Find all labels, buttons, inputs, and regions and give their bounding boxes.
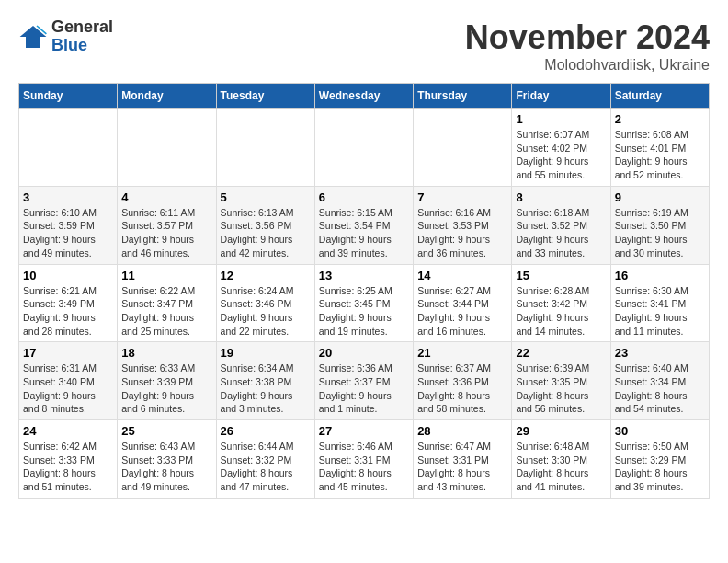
calendar-cell: 14Sunrise: 6:27 AM Sunset: 3:44 PM Dayli… <box>414 264 512 342</box>
calendar-table: SundayMondayTuesdayWednesdayThursdayFrid… <box>18 83 710 499</box>
day-info: Sunrise: 6:22 AM Sunset: 3:47 PM Dayligh… <box>121 284 211 339</box>
calendar-cell <box>19 109 118 187</box>
calendar-cell: 30Sunrise: 6:50 AM Sunset: 3:29 PM Dayli… <box>610 420 709 499</box>
logo-blue-text: Blue <box>51 36 87 54</box>
day-info: Sunrise: 6:39 AM Sunset: 3:35 PM Dayligh… <box>516 362 606 416</box>
calendar-cell: 26Sunrise: 6:44 AM Sunset: 3:32 PM Dayli… <box>216 420 314 499</box>
day-info: Sunrise: 6:13 AM Sunset: 3:56 PM Dayligh… <box>221 206 311 260</box>
calendar-cell: 29Sunrise: 6:48 AM Sunset: 3:30 PM Dayli… <box>512 420 610 499</box>
day-number: 5 <box>221 190 311 204</box>
weekday-header-thursday: Thursday <box>414 84 512 109</box>
calendar-cell: 24Sunrise: 6:42 AM Sunset: 3:33 PM Dayli… <box>19 420 118 499</box>
calendar-cell: 12Sunrise: 6:24 AM Sunset: 3:46 PM Dayli… <box>216 264 314 342</box>
day-number: 13 <box>319 269 409 282</box>
day-info: Sunrise: 6:42 AM Sunset: 3:33 PM Dayligh… <box>23 440 113 494</box>
day-number: 25 <box>121 424 211 438</box>
calendar-cell: 5Sunrise: 6:13 AM Sunset: 3:56 PM Daylig… <box>216 186 314 264</box>
calendar-cell: 27Sunrise: 6:46 AM Sunset: 3:31 PM Dayli… <box>314 420 413 499</box>
day-number: 29 <box>516 424 606 438</box>
calendar-cell: 13Sunrise: 6:25 AM Sunset: 3:45 PM Dayli… <box>314 264 413 342</box>
calendar-cell: 19Sunrise: 6:34 AM Sunset: 3:38 PM Dayli… <box>216 342 314 420</box>
day-info: Sunrise: 6:33 AM Sunset: 3:39 PM Dayligh… <box>121 362 211 416</box>
weekday-header-friday: Friday <box>512 84 610 109</box>
day-number: 11 <box>121 269 211 282</box>
day-number: 16 <box>615 269 705 282</box>
calendar-cell: 23Sunrise: 6:40 AM Sunset: 3:34 PM Dayli… <box>610 342 709 420</box>
svg-marker-0 <box>20 26 47 48</box>
day-number: 12 <box>221 269 311 282</box>
day-info: Sunrise: 6:37 AM Sunset: 3:36 PM Dayligh… <box>417 362 507 416</box>
day-number: 26 <box>221 424 311 438</box>
day-info: Sunrise: 6:07 AM Sunset: 4:02 PM Dayligh… <box>516 128 606 182</box>
calendar-cell: 1Sunrise: 6:07 AM Sunset: 4:02 PM Daylig… <box>512 109 610 187</box>
day-number: 17 <box>23 346 113 360</box>
day-info: Sunrise: 6:36 AM Sunset: 3:37 PM Dayligh… <box>319 362 409 416</box>
day-info: Sunrise: 6:18 AM Sunset: 3:52 PM Dayligh… <box>516 206 606 260</box>
calendar-week-row: 24Sunrise: 6:42 AM Sunset: 3:33 PM Dayli… <box>19 420 710 499</box>
calendar-cell: 11Sunrise: 6:22 AM Sunset: 3:47 PM Dayli… <box>118 264 216 342</box>
calendar-cell <box>414 109 512 187</box>
calendar-cell: 16Sunrise: 6:30 AM Sunset: 3:41 PM Dayli… <box>610 264 709 342</box>
calendar-cell: 25Sunrise: 6:43 AM Sunset: 3:33 PM Dayli… <box>118 420 216 499</box>
location-title: Molodohvardiisk, Ukraine <box>465 57 710 74</box>
day-number: 24 <box>23 424 113 438</box>
calendar-cell <box>118 109 216 187</box>
calendar-cell <box>216 109 314 187</box>
calendar-cell: 28Sunrise: 6:47 AM Sunset: 3:31 PM Dayli… <box>414 420 512 499</box>
calendar-cell: 9Sunrise: 6:19 AM Sunset: 3:50 PM Daylig… <box>610 186 709 264</box>
day-info: Sunrise: 6:19 AM Sunset: 3:50 PM Dayligh… <box>615 206 705 260</box>
day-number: 6 <box>319 190 409 204</box>
day-number: 10 <box>23 269 113 282</box>
weekday-header-sunday: Sunday <box>19 84 118 109</box>
calendar-cell: 15Sunrise: 6:28 AM Sunset: 3:42 PM Dayli… <box>512 264 610 342</box>
title-area: November 2024 Molodohvardiisk, Ukraine <box>465 18 710 74</box>
weekday-header-saturday: Saturday <box>610 84 709 109</box>
day-number: 14 <box>417 269 507 282</box>
calendar-body: 1Sunrise: 6:07 AM Sunset: 4:02 PM Daylig… <box>19 109 710 499</box>
day-info: Sunrise: 6:10 AM Sunset: 3:59 PM Dayligh… <box>23 206 113 260</box>
day-number: 2 <box>615 112 705 126</box>
calendar-cell: 2Sunrise: 6:08 AM Sunset: 4:01 PM Daylig… <box>610 109 709 187</box>
day-info: Sunrise: 6:30 AM Sunset: 3:41 PM Dayligh… <box>615 284 705 339</box>
calendar-cell: 4Sunrise: 6:11 AM Sunset: 3:57 PM Daylig… <box>118 186 216 264</box>
logo-icon <box>18 22 48 52</box>
calendar-week-row: 3Sunrise: 6:10 AM Sunset: 3:59 PM Daylig… <box>19 186 710 264</box>
month-title: November 2024 <box>465 18 710 57</box>
calendar-cell: 21Sunrise: 6:37 AM Sunset: 3:36 PM Dayli… <box>414 342 512 420</box>
calendar-cell: 3Sunrise: 6:10 AM Sunset: 3:59 PM Daylig… <box>19 186 118 264</box>
day-info: Sunrise: 6:43 AM Sunset: 3:33 PM Dayligh… <box>121 440 211 494</box>
day-info: Sunrise: 6:15 AM Sunset: 3:54 PM Dayligh… <box>319 206 409 260</box>
calendar-week-row: 17Sunrise: 6:31 AM Sunset: 3:40 PM Dayli… <box>19 342 710 420</box>
calendar-cell: 22Sunrise: 6:39 AM Sunset: 3:35 PM Dayli… <box>512 342 610 420</box>
header: General Blue November 2024 Molodohvardii… <box>18 18 710 74</box>
day-number: 23 <box>615 346 705 360</box>
day-info: Sunrise: 6:25 AM Sunset: 3:45 PM Dayligh… <box>319 284 409 339</box>
day-info: Sunrise: 6:08 AM Sunset: 4:01 PM Dayligh… <box>615 128 705 182</box>
weekday-header-row: SundayMondayTuesdayWednesdayThursdayFrid… <box>19 84 710 109</box>
day-info: Sunrise: 6:16 AM Sunset: 3:53 PM Dayligh… <box>417 206 507 260</box>
calendar-cell: 8Sunrise: 6:18 AM Sunset: 3:52 PM Daylig… <box>512 186 610 264</box>
day-info: Sunrise: 6:27 AM Sunset: 3:44 PM Dayligh… <box>417 284 507 339</box>
calendar-week-row: 10Sunrise: 6:21 AM Sunset: 3:49 PM Dayli… <box>19 264 710 342</box>
weekday-header-wednesday: Wednesday <box>314 84 413 109</box>
calendar-cell: 20Sunrise: 6:36 AM Sunset: 3:37 PM Dayli… <box>314 342 413 420</box>
day-number: 27 <box>319 424 409 438</box>
day-number: 18 <box>121 346 211 360</box>
day-info: Sunrise: 6:11 AM Sunset: 3:57 PM Dayligh… <box>121 206 211 260</box>
day-info: Sunrise: 6:47 AM Sunset: 3:31 PM Dayligh… <box>417 440 507 494</box>
day-number: 22 <box>516 346 606 360</box>
calendar-cell: 10Sunrise: 6:21 AM Sunset: 3:49 PM Dayli… <box>19 264 118 342</box>
calendar-week-row: 1Sunrise: 6:07 AM Sunset: 4:02 PM Daylig… <box>19 109 710 187</box>
day-info: Sunrise: 6:40 AM Sunset: 3:34 PM Dayligh… <box>615 362 705 416</box>
day-info: Sunrise: 6:44 AM Sunset: 3:32 PM Dayligh… <box>221 440 311 494</box>
day-number: 9 <box>615 190 705 204</box>
day-number: 7 <box>417 190 507 204</box>
day-number: 1 <box>516 112 606 126</box>
weekday-header-tuesday: Tuesday <box>216 84 314 109</box>
logo-general-text: General <box>51 17 113 36</box>
day-info: Sunrise: 6:31 AM Sunset: 3:40 PM Dayligh… <box>23 362 113 416</box>
calendar-cell: 7Sunrise: 6:16 AM Sunset: 3:53 PM Daylig… <box>414 186 512 264</box>
day-number: 30 <box>615 424 705 438</box>
day-info: Sunrise: 6:28 AM Sunset: 3:42 PM Dayligh… <box>516 284 606 339</box>
day-number: 20 <box>319 346 409 360</box>
